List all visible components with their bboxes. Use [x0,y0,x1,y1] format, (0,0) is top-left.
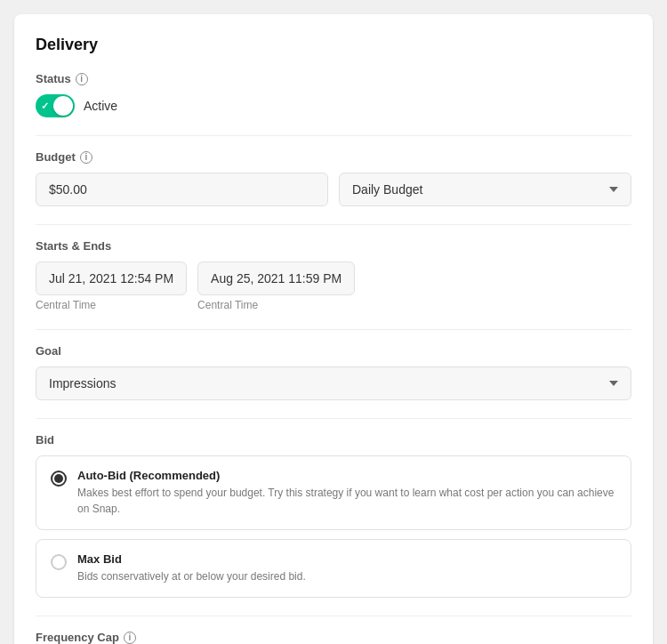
end-date-wrapper: Aug 25, 2021 11:59 PM Central Time [197,262,355,311]
end-timezone: Central Time [197,299,355,311]
auto-bid-option[interactable]: Auto-Bid (Recommended) Makes best effort… [36,455,631,530]
bid-label: Bid [36,433,631,447]
frequency-cap-label: Frequency Cap i [36,631,631,644]
status-toggle[interactable]: ✓ [36,94,75,117]
status-toggle-row: ✓ Active [36,94,631,117]
budget-row: $50.00 Daily Budget [36,173,631,206]
frequency-cap-info-icon[interactable]: i [124,632,136,644]
start-date-wrapper: Jul 21, 2021 12:54 PM Central Time [36,262,187,311]
auto-bid-title: Auto-Bid (Recommended) [77,469,616,482]
divider-2 [36,224,631,225]
dates-section: Starts & Ends Jul 21, 2021 12:54 PM Cent… [36,239,631,311]
budget-section: Budget i $50.00 Daily Budget [36,150,631,206]
max-bid-desc: Bids conservatively at or below your des… [77,568,306,584]
status-info-icon[interactable]: i [76,73,88,85]
divider-1 [36,135,631,136]
divider-3 [36,329,631,330]
bid-section: Bid Auto-Bid (Recommended) Makes best ef… [36,433,631,598]
max-bid-content: Max Bid Bids conservatively at or below … [77,552,306,584]
status-value: Active [84,99,117,113]
dates-label: Starts & Ends [36,239,631,253]
check-icon: ✓ [41,101,49,112]
status-label: Status i [36,72,631,85]
goal-chevron-icon [609,381,618,386]
toggle-knob [53,96,73,116]
max-bid-title: Max Bid [77,552,306,566]
frequency-cap-section: Frequency Cap i ✕ Set Per User Frequency… [36,631,631,644]
page-title: Delivery [36,36,631,54]
budget-label: Budget i [36,150,631,164]
budget-type-label: Daily Budget [352,182,422,197]
auto-bid-radio-inner [54,474,63,483]
max-bid-radio[interactable] [51,554,67,570]
max-bid-option[interactable]: Max Bid Bids conservatively at or below … [36,539,631,598]
start-timezone: Central Time [36,299,187,311]
end-date-input[interactable]: Aug 25, 2021 11:59 PM [197,262,355,295]
goal-select[interactable]: Impressions [36,366,631,400]
divider-4 [36,418,631,419]
budget-info-icon[interactable]: i [80,151,92,164]
goal-label: Goal [36,344,631,358]
budget-type-select[interactable]: Daily Budget [339,173,631,206]
auto-bid-desc: Makes best effort to spend your budget. … [77,485,616,517]
budget-amount-input[interactable]: $50.00 [36,173,328,206]
goal-value: Impressions [49,376,116,390]
auto-bid-content: Auto-Bid (Recommended) Makes best effort… [77,469,616,517]
start-date-input[interactable]: Jul 21, 2021 12:54 PM [36,262,187,295]
goal-section: Goal Impressions [36,344,631,400]
delivery-card: Delivery Status i ✓ Active Budget i $50.… [14,14,653,644]
dates-row: Jul 21, 2021 12:54 PM Central Time Aug 2… [36,262,631,311]
status-section: Status i ✓ Active [36,72,631,117]
budget-type-chevron-icon [609,187,618,192]
divider-5 [36,616,631,616]
auto-bid-radio[interactable] [51,471,67,487]
